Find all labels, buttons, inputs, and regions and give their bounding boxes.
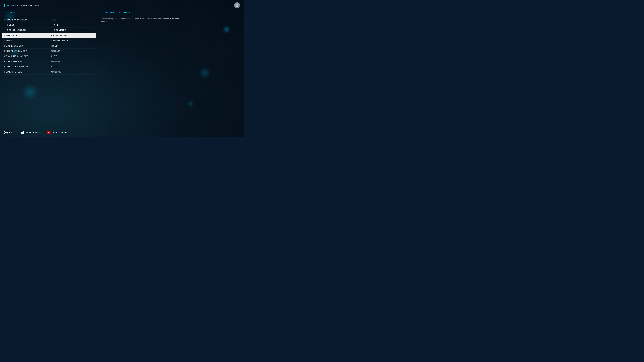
circle-button-inner xyxy=(5,132,6,133)
setting-value: ALL-STAR xyxy=(56,34,94,37)
info-panel-header: ADDITIONAL INFORMATION xyxy=(101,12,240,15)
arrow-right-icon xyxy=(53,34,54,36)
setting-name: HOME SHOT AIM xyxy=(4,71,51,73)
breadcrumb-current: GAME SETTINGS xyxy=(21,4,40,6)
setting-value: MANUAL xyxy=(51,60,94,63)
breadcrumb-settings: SETTINGS xyxy=(7,4,18,6)
setting-row[interactable]: GOALIE CAMERAFIXED xyxy=(4,43,94,49)
setting-name: CAMERA xyxy=(4,39,51,42)
setting-row[interactable]: RULESNHL xyxy=(4,22,94,28)
setting-value: MEDIUM xyxy=(51,50,94,52)
setting-name: AWAY SHOT AIM xyxy=(4,60,51,63)
setting-value: 6 MINUTES xyxy=(54,29,94,31)
setting-name: RULES xyxy=(7,24,54,26)
breadcrumb-bar-icon xyxy=(4,4,5,7)
setting-row[interactable]: CAMERADYNAMIC MEDIUM xyxy=(4,38,94,43)
setting-name: PERIOD LENGTH xyxy=(7,29,54,31)
bottom-action-create-preset[interactable]: R3CREATE PRESET xyxy=(47,131,69,134)
arrow-icon xyxy=(51,34,54,36)
square-button-inner xyxy=(21,132,23,133)
setting-row[interactable]: AWAY LINE CHANGESAUTO xyxy=(4,54,94,59)
setting-name: GOALIE CAMERA xyxy=(4,45,51,47)
user-avatar[interactable] xyxy=(234,2,240,8)
setting-row[interactable]: SHOOTOUT CAMERAMEDIUM xyxy=(4,49,94,54)
top-bar: SETTINGS GAME SETTINGS xyxy=(0,0,244,10)
breadcrumb-separator xyxy=(19,4,20,6)
setting-value: AUTO xyxy=(51,65,94,68)
setting-row[interactable]: GAMEPLAY PRESETSGGG xyxy=(4,17,94,22)
r3-button-icon: R3 xyxy=(47,131,50,134)
setting-name: AWAY LINE CHANGES xyxy=(4,55,51,57)
info-panel: ADDITIONAL INFORMATION This will change … xyxy=(101,12,240,75)
arrow-left-icon xyxy=(51,34,52,36)
bottom-action-label: CREATE PRESET xyxy=(52,132,69,134)
setting-name: SHOOTOUT CAMERA xyxy=(4,50,51,52)
info-text: This will change the difficulty level of… xyxy=(101,17,182,23)
setting-row[interactable]: DIFFICULTYALL-STAR xyxy=(2,33,96,38)
bottom-bar: BACKUNDO CHANGESR3CREATE PRESET xyxy=(0,128,244,137)
setting-row[interactable]: PERIOD LENGTH6 MINUTES xyxy=(4,28,94,33)
settings-panel-header: SETTINGS xyxy=(4,12,94,15)
setting-row[interactable]: HOME SHOT AIMMANUAL xyxy=(4,69,94,75)
setting-name: HOME LINE CHANGES xyxy=(4,65,51,68)
setting-value: FIXED xyxy=(51,45,94,47)
avatar-icon xyxy=(236,4,239,7)
setting-name: DIFFICULTY xyxy=(4,34,51,37)
bottom-action-label: UNDO CHANGES xyxy=(25,132,42,134)
breadcrumb: SETTINGS GAME SETTINGS xyxy=(4,4,39,7)
bottom-action-label: BACK xyxy=(9,132,15,134)
setting-row[interactable]: HOME LINE CHANGESAUTO xyxy=(4,64,94,69)
setting-value: NHL xyxy=(54,24,94,26)
svg-point-0 xyxy=(236,4,238,5)
setting-row[interactable]: AWAY SHOT AIMMANUAL xyxy=(4,59,94,64)
setting-value: AUTO xyxy=(51,55,94,57)
setting-value: GGG xyxy=(51,18,94,21)
setting-value: MANUAL xyxy=(51,71,94,73)
circle-button-icon xyxy=(4,131,8,134)
setting-value: DYNAMIC MEDIUM xyxy=(51,39,94,42)
bottom-action-back[interactable]: BACK xyxy=(4,131,15,134)
settings-list: GAMEPLAY PRESETSGGGRULESNHLPERIOD LENGTH… xyxy=(4,17,94,75)
settings-panel: SETTINGS GAMEPLAY PRESETSGGGRULESNHLPERI… xyxy=(4,12,94,75)
svg-point-1 xyxy=(236,6,238,7)
main-layout: SETTINGS GAMEPLAY PRESETSGGGRULESNHLPERI… xyxy=(0,10,244,75)
square-button-icon xyxy=(20,131,24,134)
bottom-action-undo-changes[interactable]: UNDO CHANGES xyxy=(20,131,42,134)
setting-name: GAMEPLAY PRESETS xyxy=(4,18,51,21)
